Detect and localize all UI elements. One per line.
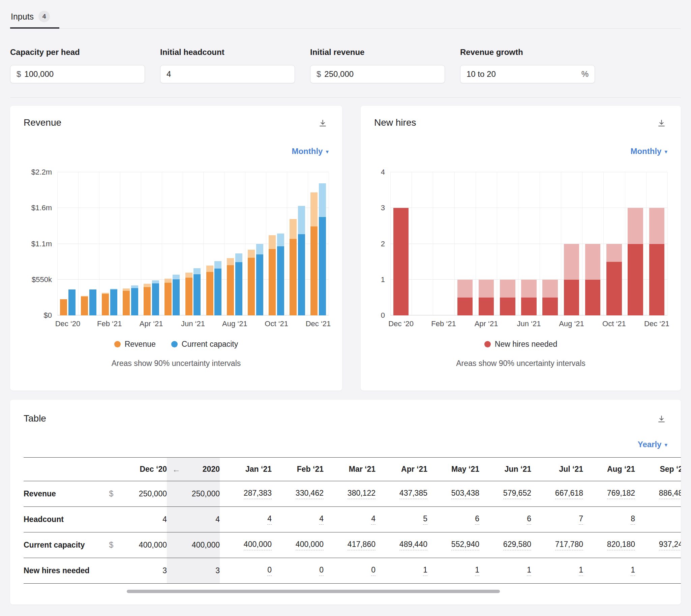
new-hires-period-selector[interactable]: Monthly ▾ [630,147,667,156]
y-axis-label: $2.2m [31,168,52,177]
download-button[interactable] [317,117,329,129]
gridline [162,172,162,315]
gridline [646,172,647,315]
table-cell: 5 [375,507,427,532]
table-card-header: Table [24,413,667,425]
capacity-per-head-field[interactable]: $ 100,000 [10,65,145,83]
tabs-bar: Inputs 4 [10,9,681,29]
gridline [224,172,224,315]
estimated-value: 1 [475,566,479,576]
revenue-period-selector[interactable]: Monthly ▾ [291,147,329,156]
x-axis: Dec ‘20Feb ‘21Apr ‘21Jun ‘21Aug ‘21Oct ‘… [390,320,667,332]
table-cell: 330,462 [272,481,324,507]
gridline [329,172,329,315]
estimated-value: 6 [475,514,479,525]
table-scroll-area: Dec ‘20←2020Jan ‘21Feb ‘21Mar ‘21Apr ‘21… [24,457,681,584]
bar [628,244,643,316]
input-group-initial-revenue: Initial revenue $ 250,000 [310,47,445,83]
bar [256,255,263,315]
gridline [390,207,667,208]
bar [289,239,297,315]
column-header: Dec ‘20 [116,458,167,481]
y-axis-label: $1.6m [31,203,52,212]
table-row: New hires needed33000111111 [24,558,681,584]
new-hires-card-title: New hires [374,117,416,128]
bar [131,288,138,315]
legend-label: Revenue [125,340,156,349]
column-header: Aug ‘21 [583,458,635,481]
data-table: Dec ‘20←2020Jan ‘21Feb ‘21Mar ‘21Apr ‘21… [24,457,681,584]
estimated-value: 4 [319,514,324,525]
bar [123,291,130,315]
table-cell: 6 [427,507,479,532]
column-header: Feb ‘21 [272,458,324,481]
table-cell: 400,000 [272,532,324,558]
estimated-value: 8 [631,514,635,525]
estimated-value: 400,000 [296,540,324,550]
estimated-value: 886,486 [659,489,681,499]
x-axis-label: Aug ‘21 [559,320,584,328]
table-period-selector[interactable]: Yearly ▾ [638,440,667,449]
y-axis-label: 2 [381,240,385,248]
gridline [497,172,497,315]
new-hires-chart: 01234 Dec ‘20Feb ‘21Apr ‘21Jun ‘21Aug ‘2… [374,172,667,332]
charts-row: Revenue Monthly ▾ $0$550k$1.1m$1.6m$2.2m… [10,106,681,391]
table-cell: 417,860 [324,532,375,558]
gridline [476,172,476,315]
bar [649,244,665,316]
download-icon [657,415,666,423]
table-cell: 4 [167,507,220,532]
field-value: 100,000 [24,69,138,79]
estimated-value: 667,618 [555,489,583,499]
bar [227,265,234,315]
column-header: May ‘21 [427,458,479,481]
gridline [183,172,183,315]
legend-item: Current capacity [171,340,238,349]
estimated-value: 4 [371,514,375,525]
column-header: Apr ‘21 [375,458,427,481]
gridline [390,172,667,172]
table-cell: 400,000 [116,532,167,558]
period-selector-label: Monthly [630,147,661,156]
gridline [603,172,604,315]
estimated-value: 0 [267,566,272,576]
gridline [454,172,455,315]
new-hires-legend: New hires needed [374,340,667,349]
download-button[interactable] [655,117,667,129]
gridline [99,172,100,315]
table-cell: 1 [427,558,479,584]
back-arrow-icon[interactable]: ← [172,465,180,474]
input-label: Initial headcount [160,47,295,57]
table-cell: 629,580 [479,532,531,558]
initial-headcount-field[interactable]: 4 [160,65,295,83]
table-cell: 503,438 [427,481,479,507]
gridline [78,172,79,315]
revenue-legend: RevenueCurrent capacity [24,340,329,349]
row-unit [106,507,116,532]
revenue-chart: $0$550k$1.1m$1.6m$2.2m Dec ‘20Feb ‘21Apr… [24,172,329,332]
bar [152,283,159,315]
bar [393,208,409,315]
initial-revenue-field[interactable]: $ 250,000 [310,65,445,83]
legend-label: New hires needed [495,340,557,349]
table-cell: 4 [220,507,272,532]
table-cell: 9 [635,507,681,532]
estimated-value: 579,652 [503,489,531,499]
estimated-value: 0 [319,566,324,576]
section-divider [10,97,681,98]
bar [235,262,242,315]
tab-inputs[interactable]: Inputs 4 [10,9,59,29]
gridline [412,172,412,315]
table-cell: 820,180 [583,532,635,558]
revenue-growth-field[interactable]: 10 to 20 % [460,65,595,83]
x-axis-label: Dec ‘21 [306,320,331,328]
x-axis-label: Apr ‘21 [139,320,163,328]
currency-prefix: $ [317,69,321,79]
horizontal-scrollbar[interactable] [127,590,500,593]
x-axis-label: Dec ‘21 [644,320,669,328]
table-cell: 437,385 [375,481,427,507]
bar [542,298,558,315]
download-button[interactable] [655,413,667,425]
gridline [582,172,582,315]
gridline [120,172,120,315]
